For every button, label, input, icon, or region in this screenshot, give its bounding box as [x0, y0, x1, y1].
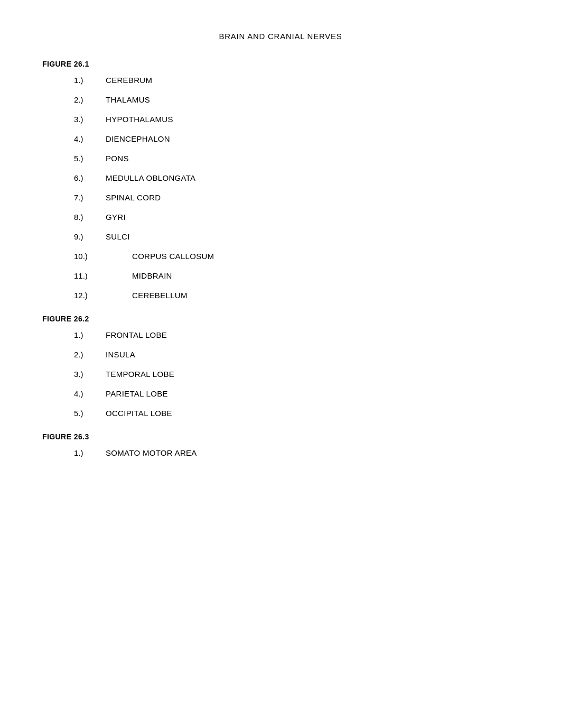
list-item: 11.)MIDBRAIN — [74, 271, 519, 280]
list-item: 7.)SPINAL CORD — [74, 193, 519, 202]
item-number: 7.) — [74, 193, 106, 202]
item-label: THALAMUS — [106, 95, 150, 104]
list-item: 2.)THALAMUS — [74, 95, 519, 104]
figure-26-2-list: 1.)FRONTAL LOBE2.)INSULA3.)TEMPORAL LOBE… — [42, 330, 519, 418]
item-number: 1.) — [74, 76, 106, 85]
item-number: 8.) — [74, 213, 106, 222]
list-item: 2.)INSULA — [74, 350, 519, 359]
list-item: 1.)SOMATO MOTOR AREA — [74, 448, 519, 457]
item-label: FRONTAL LOBE — [106, 330, 167, 339]
item-number: 5.) — [74, 154, 106, 163]
item-label: SULCI — [106, 232, 130, 241]
list-item: 5.)PONS — [74, 154, 519, 163]
item-label: CEREBELLUM — [132, 291, 188, 300]
list-item: 3.)TEMPORAL LOBE — [74, 370, 519, 379]
item-label: OCCIPITAL LOBE — [106, 409, 172, 418]
item-number: 9.) — [74, 232, 106, 241]
item-number: 1.) — [74, 448, 106, 457]
list-item: 3.)HYPOTHALAMUS — [74, 115, 519, 124]
item-label: INSULA — [106, 350, 135, 359]
item-number: 2.) — [74, 350, 106, 359]
item-number: 4.) — [74, 389, 106, 398]
page-title: BRAIN AND CRANIAL NERVES — [42, 32, 519, 41]
item-label: GYRI — [106, 213, 126, 222]
list-item: 4.)DIENCEPHALON — [74, 134, 519, 143]
item-label: TEMPORAL LOBE — [106, 370, 174, 379]
item-label: PONS — [106, 154, 129, 163]
item-number: 4.) — [74, 134, 106, 143]
item-number: 6.) — [74, 173, 106, 182]
figure-26-3-list: 1.)SOMATO MOTOR AREA — [42, 448, 519, 457]
list-item: 4.)PARIETAL LOBE — [74, 389, 519, 398]
list-item: 1.)FRONTAL LOBE — [74, 330, 519, 339]
item-number: 5.) — [74, 409, 106, 418]
item-number: 1.) — [74, 330, 106, 339]
list-item: 1.)CEREBRUM — [74, 76, 519, 85]
item-label: DIENCEPHALON — [106, 134, 170, 143]
item-label: SOMATO MOTOR AREA — [106, 448, 197, 457]
item-label: HYPOTHALAMUS — [106, 115, 173, 124]
list-item: 12.)CEREBELLUM — [74, 291, 519, 300]
item-number: 11.) — [74, 271, 132, 280]
item-number: 10.) — [74, 252, 132, 261]
item-label: SPINAL CORD — [106, 193, 161, 202]
figures-container: FIGURE 26.11.)CEREBRUM2.)THALAMUS3.)HYPO… — [42, 60, 519, 457]
item-label: MEDULLA OBLONGATA — [106, 173, 195, 182]
figure-26-3-label: FIGURE 26.3 — [42, 432, 519, 441]
list-item: 6.)MEDULLA OBLONGATA — [74, 173, 519, 182]
item-number: 2.) — [74, 95, 106, 104]
item-number: 12.) — [74, 291, 132, 300]
item-number: 3.) — [74, 370, 106, 379]
item-number: 3.) — [74, 115, 106, 124]
figure-26-1-label: FIGURE 26.1 — [42, 60, 519, 68]
list-item: 8.)GYRI — [74, 213, 519, 222]
item-label: CORPUS CALLOSUM — [132, 252, 214, 261]
list-item: 10.)CORPUS CALLOSUM — [74, 252, 519, 261]
item-label: MIDBRAIN — [132, 271, 172, 280]
list-item: 5.)OCCIPITAL LOBE — [74, 409, 519, 418]
list-item: 9.)SULCI — [74, 232, 519, 241]
figure-26-2-label: FIGURE 26.2 — [42, 315, 519, 323]
item-label: PARIETAL LOBE — [106, 389, 168, 398]
figure-26-1-list: 1.)CEREBRUM2.)THALAMUS3.)HYPOTHALAMUS4.)… — [42, 76, 519, 300]
item-label: CEREBRUM — [106, 76, 152, 85]
